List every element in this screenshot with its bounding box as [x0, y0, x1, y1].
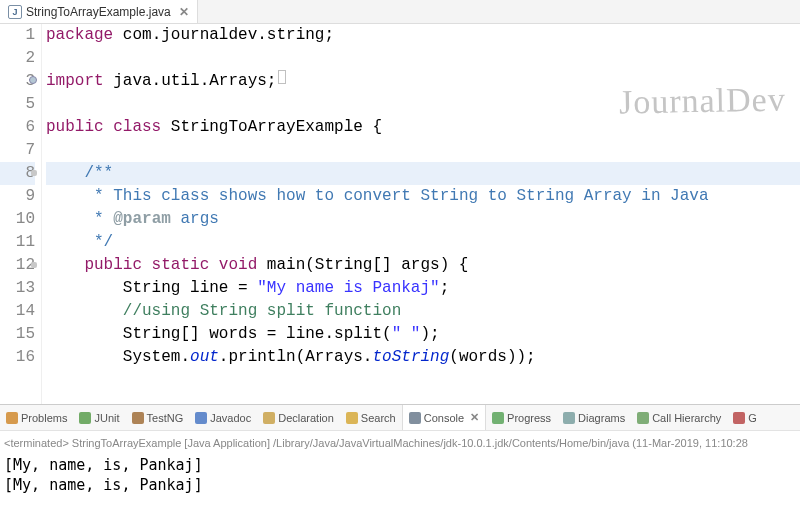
view-tab-search[interactable]: Search [340, 405, 402, 430]
view-tab-label: TestNG [147, 412, 184, 424]
code-line[interactable] [46, 47, 800, 70]
console-line: [My, name, is, Pankaj] [4, 455, 800, 475]
code-line[interactable]: * This class shows how to convert String… [46, 185, 800, 208]
line-number: 7 [0, 139, 35, 162]
line-number: 9 [0, 185, 35, 208]
view-tab-progress[interactable]: Progress [486, 405, 557, 430]
search-icon [346, 412, 358, 424]
g-icon [733, 412, 745, 424]
code-content[interactable]: package com.journaldev.string;import jav… [42, 24, 800, 404]
line-number: 6 [0, 116, 35, 139]
view-tab-label: Console [424, 412, 464, 424]
editor-tab-filename: StringToArrayExample.java [26, 5, 171, 19]
view-tab-junit[interactable]: JUnit [73, 405, 125, 430]
code-line[interactable]: /** [46, 162, 800, 185]
console-launch-info: <terminated> StringToArrayExample [Java … [0, 431, 800, 455]
console-icon [409, 412, 421, 424]
junit-icon [79, 412, 91, 424]
collapsed-indicator-icon[interactable] [278, 70, 286, 84]
code-line[interactable]: import java.util.Arrays; [46, 70, 800, 93]
line-number: 8 [0, 162, 35, 185]
fold-marker-icon[interactable] [31, 170, 37, 176]
view-tab-g[interactable]: G [727, 405, 763, 430]
console-output[interactable]: [My, name, is, Pankaj][My, name, is, Pan… [0, 455, 800, 495]
view-tab-testng[interactable]: TestNG [126, 405, 190, 430]
line-number: 11 [0, 231, 35, 254]
editor-tab-bar: J StringToArrayExample.java ✕ [0, 0, 800, 24]
line-number: 15 [0, 323, 35, 346]
view-tabs-bar: ProblemsJUnitTestNGJavadocDeclarationSea… [0, 405, 800, 431]
line-number: 12 [0, 254, 35, 277]
java-file-icon: J [8, 5, 22, 19]
view-tab-label: JUnit [94, 412, 119, 424]
line-number: 5 [0, 93, 35, 116]
editor-file-tab[interactable]: J StringToArrayExample.java ✕ [0, 0, 198, 23]
diagrams-icon [563, 412, 575, 424]
code-line[interactable]: package com.journaldev.string; [46, 24, 800, 47]
testng-icon [132, 412, 144, 424]
view-tab-label: Declaration [278, 412, 334, 424]
line-number: 16 [0, 346, 35, 369]
view-tab-call-hierarchy[interactable]: Call Hierarchy [631, 405, 727, 430]
code-line[interactable] [46, 93, 800, 116]
view-tab-diagrams[interactable]: Diagrams [557, 405, 631, 430]
view-tab-label: Progress [507, 412, 551, 424]
close-icon[interactable]: ✕ [179, 5, 189, 19]
code-line[interactable]: System.out.println(Arrays.toString(words… [46, 346, 800, 369]
expand-import-icon[interactable] [29, 76, 37, 84]
problems-icon [6, 412, 18, 424]
line-number: 3 [0, 70, 35, 93]
view-tab-label: G [748, 412, 757, 424]
line-number: 14 [0, 300, 35, 323]
line-number: 2 [0, 47, 35, 70]
code-editor[interactable]: 1235678910111213141516 package com.journ… [0, 24, 800, 404]
line-number-gutter: 1235678910111213141516 [0, 24, 42, 404]
line-number: 1 [0, 24, 35, 47]
view-tab-label: Call Hierarchy [652, 412, 721, 424]
javadoc-icon [195, 412, 207, 424]
view-tab-console[interactable]: Console✕ [402, 405, 486, 430]
bottom-panel: ProblemsJUnitTestNGJavadocDeclarationSea… [0, 404, 800, 514]
progress-icon [492, 412, 504, 424]
console-line: [My, name, is, Pankaj] [4, 475, 800, 495]
code-line[interactable]: * @param args [46, 208, 800, 231]
view-tab-declaration[interactable]: Declaration [257, 405, 340, 430]
view-tab-label: Problems [21, 412, 67, 424]
line-number: 13 [0, 277, 35, 300]
code-line[interactable]: String[] words = line.split(" "); [46, 323, 800, 346]
code-line[interactable]: String line = "My name is Pankaj"; [46, 277, 800, 300]
view-tab-problems[interactable]: Problems [0, 405, 73, 430]
view-tab-label: Diagrams [578, 412, 625, 424]
view-tab-javadoc[interactable]: Javadoc [189, 405, 257, 430]
code-line[interactable]: public class StringToArrayExample { [46, 116, 800, 139]
declaration-icon [263, 412, 275, 424]
code-line[interactable]: public static void main(String[] args) { [46, 254, 800, 277]
code-line[interactable]: //using String split function [46, 300, 800, 323]
call-hierarchy-icon [637, 412, 649, 424]
close-icon[interactable]: ✕ [470, 411, 479, 424]
view-tab-label: Javadoc [210, 412, 251, 424]
fold-marker-icon[interactable] [31, 262, 37, 268]
line-number: 10 [0, 208, 35, 231]
code-line[interactable] [46, 139, 800, 162]
code-line[interactable]: */ [46, 231, 800, 254]
view-tab-label: Search [361, 412, 396, 424]
